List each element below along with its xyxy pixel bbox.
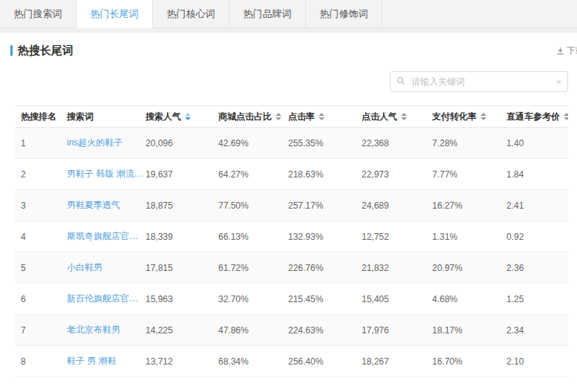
section-header: 热搜长尾词 下载 (0, 33, 577, 61)
keyword-link[interactable]: 新百伦旗舰店官方正品 (67, 293, 146, 305)
column-label: 热搜排名 (21, 111, 56, 123)
table-row: 1 ins超火的鞋子 20,096 42.69% 255.35% 22,368 … (15, 128, 568, 159)
cell-search-popularity: 13,712 (146, 356, 218, 367)
cell-mall-click-share: 47.86% (218, 325, 288, 336)
cell-click-popularity: 18,267 (362, 356, 432, 367)
cell-rank: 8 (15, 356, 67, 367)
cell-rank: 4 (15, 232, 67, 242)
keyword-table: 热搜排名 搜索词 搜索人气 商城点击占比 点击率 点击人气 支付转化率 (15, 105, 568, 377)
cell-ztc-ref-price: 2.34 (506, 325, 568, 336)
sort-icon[interactable] (564, 113, 568, 120)
column-label: 商城点击占比 (218, 111, 272, 123)
cell-search-popularity: 19,637 (146, 169, 218, 180)
cell-pay-conversion: 16.27% (432, 200, 506, 211)
cell-click-rate: 226.76% (288, 263, 362, 273)
cell-ztc-ref-price: 1.84 (506, 169, 568, 180)
tab-item-0[interactable]: 热门搜索词 (0, 0, 76, 28)
cell-search-popularity: 20,096 (146, 138, 218, 148)
column-header-2: 搜索人气 (146, 111, 218, 123)
cell-click-popularity: 17,976 (362, 325, 432, 336)
cell-pay-conversion: 18.17% (432, 325, 506, 336)
clear-search-icon[interactable]: × (555, 77, 561, 87)
download-button[interactable]: 下载 (556, 45, 577, 57)
cell-rank: 5 (15, 263, 67, 273)
page-title: 热搜长尾词 (18, 44, 74, 58)
cell-search-popularity: 14,225 (146, 325, 218, 336)
sort-icon[interactable] (185, 113, 191, 120)
keyword-link[interactable]: 老北京布鞋男 (67, 324, 146, 336)
cell-click-popularity: 12,752 (362, 232, 432, 242)
keyword-link[interactable]: 男鞋子 韩版 潮流 英... (67, 168, 146, 180)
keyword-link[interactable]: 男鞋夏季透气 (67, 199, 146, 212)
table-row: 4 斯凯奇旗舰店官方旗舰 18,339 66.13% 132.93% 12,75… (15, 221, 568, 252)
keyword-link[interactable]: 鞋子 男 潮鞋 (67, 355, 146, 368)
sort-down-caret (319, 117, 325, 120)
table-row: 5 小白鞋男 17,815 61.72% 226.76% 21,832 20.9… (15, 252, 568, 284)
download-label: 下载 (567, 45, 577, 57)
search-icon (397, 75, 405, 88)
sort-down-caret (401, 117, 407, 120)
sort-icon[interactable] (276, 113, 281, 120)
keyword-link[interactable]: 小白鞋男 (67, 261, 146, 274)
column-header-7: 直通车参考价 (506, 111, 568, 123)
column-label: 点击率 (288, 111, 315, 123)
column-header-4: 点击率 (288, 111, 362, 123)
cell-pay-conversion: 7.77% (432, 169, 506, 180)
cell-pay-conversion: 1.31% (432, 232, 506, 242)
tab-item-3[interactable]: 热门品牌词 (229, 0, 306, 28)
cell-mall-click-share: 64.27% (218, 169, 288, 180)
table-row: 7 老北京布鞋男 14,225 47.86% 224.63% 17,976 18… (15, 315, 568, 346)
sort-up-caret (401, 113, 407, 116)
cell-click-popularity: 15,405 (362, 294, 432, 304)
cell-click-rate: 255.35% (288, 138, 362, 148)
column-header-0: 热搜排名 (15, 111, 67, 123)
sort-up-caret (564, 113, 568, 116)
table-row: 3 男鞋夏季透气 18,875 77.50% 257.17% 24,689 16… (15, 190, 568, 221)
cell-click-popularity: 22,973 (362, 169, 432, 180)
cell-search-popularity: 18,339 (146, 232, 218, 242)
sort-icon[interactable] (401, 113, 407, 120)
cell-click-rate: 218.63% (288, 169, 362, 180)
search-box: × (390, 71, 568, 92)
cell-click-rate: 257.17% (288, 200, 362, 211)
search-row: × (0, 61, 577, 102)
keyword-link[interactable]: ins超火的鞋子 (67, 137, 146, 149)
column-label: 支付转化率 (432, 111, 477, 123)
sort-icon[interactable] (480, 113, 486, 120)
download-icon (556, 47, 564, 55)
sort-up-caret (319, 113, 325, 116)
column-label: 点击人气 (362, 111, 397, 123)
column-label: 搜索词 (67, 111, 94, 123)
cell-rank: 3 (15, 200, 67, 211)
cell-mall-click-share: 61.72% (218, 263, 288, 273)
sort-up-caret (276, 113, 281, 116)
sort-icon[interactable] (319, 113, 325, 120)
tab-item-1[interactable]: 热门长尾词 (76, 0, 153, 28)
cell-click-popularity: 24,689 (362, 200, 432, 211)
cell-pay-conversion: 7.28% (432, 138, 506, 148)
keyword-link[interactable]: 斯凯奇旗舰店官方旗舰 (67, 230, 146, 243)
cell-search-popularity: 15,963 (146, 294, 218, 304)
cell-pay-conversion: 16.70% (432, 356, 506, 367)
column-header-6: 支付转化率 (432, 111, 506, 123)
cell-mall-click-share: 68.34% (218, 356, 288, 367)
content-panel: 热搜长尾词 下载 × 热搜排名 搜索词 搜索人气 (0, 33, 577, 377)
cell-click-rate: 256.40% (288, 356, 362, 367)
search-input[interactable] (410, 76, 551, 88)
table-header-row: 热搜排名 搜索词 搜索人气 商城点击占比 点击率 点击人气 支付转化率 (15, 105, 568, 128)
cell-click-rate: 215.45% (288, 294, 362, 304)
column-label: 直通车参考价 (506, 111, 560, 123)
cell-mall-click-share: 66.13% (218, 232, 288, 242)
cell-click-popularity: 21,832 (362, 263, 432, 273)
cell-ztc-ref-price: 1.40 (506, 138, 568, 148)
cell-click-rate: 224.63% (288, 325, 362, 336)
cell-mall-click-share: 32.70% (218, 294, 288, 304)
cell-ztc-ref-price: 2.36 (506, 263, 568, 273)
cell-search-popularity: 18,875 (146, 200, 218, 211)
tab-item-4[interactable]: 热门修饰词 (306, 0, 382, 28)
title-accent-bar (10, 45, 13, 56)
tab-item-2[interactable]: 热门核心词 (153, 0, 229, 28)
cell-search-popularity: 17,815 (146, 263, 218, 273)
tab-bar: 热门搜索词热门长尾词热门核心词热门品牌词热门修饰词 (0, 0, 577, 28)
cell-click-rate: 132.93% (288, 232, 362, 242)
